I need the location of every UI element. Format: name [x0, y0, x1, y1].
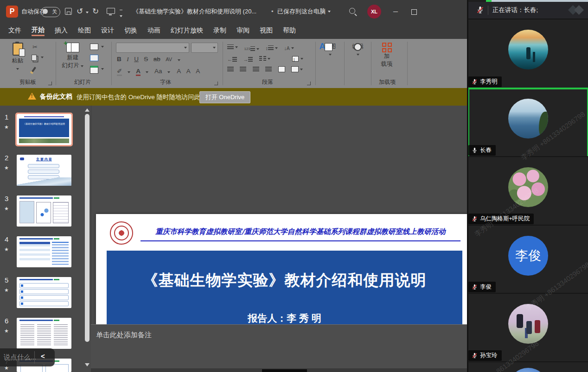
tab-insert[interactable]: 插入 [55, 26, 68, 36]
slide-thumbnail-1[interactable]: 《基础生物学实验》教材介绍和使用说明 [17, 114, 71, 145]
increase-indent-button[interactable]: → [243, 57, 253, 62]
slide-title[interactable]: 《基础生物学实验》教材介绍和使用说明 [107, 270, 462, 291]
strikethrough-button[interactable]: ab [153, 56, 160, 63]
slideshow-icon[interactable] [107, 8, 115, 14]
align-right-button[interactable] [253, 67, 259, 72]
bullets-button[interactable] [227, 44, 238, 50]
shadow-button[interactable]: S [144, 56, 148, 63]
editing-button[interactable]: 编辑 [347, 43, 369, 57]
character-spacing-button[interactable]: AV [166, 57, 172, 62]
tab-slideshow[interactable]: 幻灯片放映 [171, 26, 203, 36]
underline-button[interactable]: U [134, 56, 139, 63]
layout-dropdown-icon[interactable] [101, 46, 104, 48]
slide-thumbnail-6[interactable] [17, 318, 71, 349]
tab-transitions[interactable]: 切换 [124, 26, 137, 36]
undo-dropdown-icon[interactable] [86, 12, 89, 13]
text-direction-button[interactable]: ↓A [284, 45, 294, 51]
saved-status-chevron-icon[interactable] [328, 11, 331, 13]
participant-tile-partial[interactable] [468, 361, 588, 372]
paragraph-dialog-launcher-icon[interactable] [307, 82, 311, 85]
smartart-convert-button[interactable] [291, 66, 303, 72]
participant-tile[interactable]: 李秀明 [468, 19, 588, 88]
addins-button[interactable]: 加载项 [374, 43, 400, 68]
account-avatar[interactable]: XL [367, 5, 381, 19]
tab-file[interactable]: 文件 [8, 26, 21, 36]
font-color-dropdown-icon[interactable] [146, 71, 148, 73]
font-dialog-launcher-icon[interactable] [214, 82, 218, 85]
tab-animations[interactable]: 动画 [147, 26, 160, 36]
notes-pane[interactable]: 单击此处添加备注 [91, 324, 468, 369]
undo-icon[interactable]: ↺ [77, 0, 83, 23]
tab-view[interactable]: 视图 [260, 26, 273, 36]
mic-muted-icon[interactable] [476, 6, 484, 14]
section-icon[interactable] [90, 66, 98, 76]
copy-icon[interactable] [32, 54, 37, 63]
meeting-chat-overlay[interactable]: 说点什么... < [0, 348, 55, 366]
drawing-button[interactable]: A 绘图 [318, 43, 342, 57]
minimize-button[interactable]: ─ [388, 0, 403, 23]
powerpoint-app-icon[interactable]: P [6, 6, 18, 18]
align-left-button[interactable] [227, 67, 234, 72]
mic-muted-icon [472, 284, 478, 290]
open-onedrive-button[interactable]: 打开 OneDrive [199, 91, 250, 103]
case-dropdown-icon[interactable] [167, 71, 170, 73]
tab-review[interactable]: 审阅 [236, 26, 249, 36]
align-text-button[interactable]: ↕ [292, 56, 303, 62]
paste-button[interactable]: 粘贴 [7, 43, 28, 71]
columns-button[interactable] [259, 56, 270, 62]
format-painter-icon[interactable] [33, 66, 35, 74]
slide-thumbnail-3[interactable] [17, 195, 71, 227]
clear-format-button[interactable]: A [196, 68, 200, 75]
new-slide-button[interactable]: + 新建 幻灯片 [59, 43, 86, 69]
decrease-indent-button[interactable]: ← [227, 57, 237, 62]
slide-thumbnail-5[interactable] [17, 277, 71, 308]
bold-button[interactable]: B [117, 56, 121, 63]
participant-tile[interactable]: 李俊 李俊 [468, 225, 588, 294]
slide-layout-icon[interactable] [90, 44, 98, 52]
tab-draw[interactable]: 绘图 [78, 26, 91, 36]
maximize-button[interactable] [406, 0, 422, 23]
font-size-combo[interactable] [191, 43, 218, 53]
slide-header-text[interactable]: 重庆市科学教育虚拟教研室/重庆师范大学自然科学基础系列课程群虚拟教研室线上教研活… [141, 227, 460, 241]
saved-status[interactable]: 已保存到这台电脑 [277, 0, 326, 23]
tab-help[interactable]: 帮助 [283, 26, 296, 36]
font-name-combo[interactable] [116, 43, 189, 53]
quick-access-more-icon[interactable] [120, 10, 122, 19]
thumbs-scroll-up-icon[interactable] [85, 108, 89, 112]
highlight-dropdown-icon[interactable] [128, 71, 130, 73]
tab-home[interactable]: 开始 [32, 26, 45, 36]
font-color-button[interactable]: A [136, 68, 141, 76]
redo-icon[interactable]: ↻ [92, 0, 99, 23]
autosave-toggle[interactable]: 关 [41, 7, 60, 17]
slide-presenter[interactable]: 报告人：李 秀 明 [107, 312, 462, 325]
slide-thumbnail-2[interactable]: 主 要 内 容 [17, 155, 71, 186]
chat-input-placeholder[interactable]: 说点什么... [4, 353, 36, 362]
tab-design[interactable]: 设计 [101, 26, 114, 36]
search-icon[interactable] [349, 8, 355, 14]
italic-button[interactable]: I [127, 56, 129, 63]
thumbs-scroll-down-icon[interactable] [85, 363, 89, 366]
tab-record[interactable]: 录制 [213, 26, 226, 36]
line-spacing-button[interactable]: ↕ [265, 45, 278, 51]
notes-placeholder[interactable]: 单击此处添加备注 [96, 331, 152, 340]
change-case-button[interactable]: Aa [154, 68, 162, 75]
cut-icon[interactable]: ✂ [32, 44, 38, 50]
align-center-button[interactable] [240, 67, 246, 72]
save-icon[interactable] [65, 8, 72, 15]
highlight-pen-button[interactable]: ✐ [117, 67, 122, 76]
clipboard-dialog-launcher-icon[interactable] [48, 82, 52, 85]
grow-font-button[interactable]: A [177, 68, 181, 75]
group-label-paragraph: 段落 [224, 78, 312, 86]
slide-thumbnail-4[interactable] [17, 236, 71, 267]
shrink-font-button[interactable]: A [186, 68, 191, 75]
spacing-dropdown-icon[interactable] [178, 59, 180, 61]
paragraph-row2: ← → ↕ [227, 55, 307, 63]
numbering-button[interactable]: 123 [244, 46, 259, 52]
collapse-chevron-icon[interactable]: < [41, 352, 45, 360]
distribute-button[interactable] [278, 66, 285, 72]
copy-dropdown-icon[interactable] [41, 57, 44, 58]
thumbs-scrollbar-thumb[interactable] [85, 114, 89, 342]
justify-button[interactable] [265, 67, 272, 72]
reset-slide-icon[interactable] [90, 55, 98, 63]
section-dropdown-icon[interactable] [101, 68, 104, 70]
